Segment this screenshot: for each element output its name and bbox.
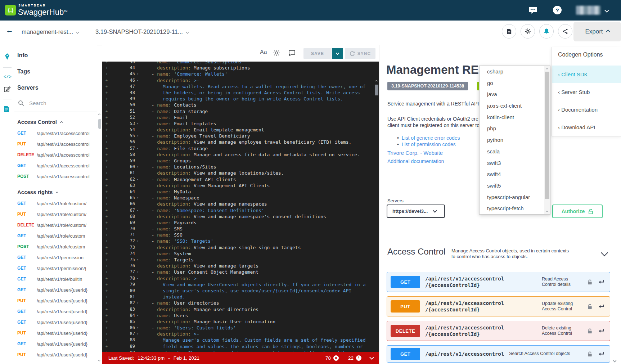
api-name-dropdown[interactable]: management-rest...: [22, 28, 79, 35]
operation-card[interactable]: PUT/api/rest/v1/accesscontrol/{accessCon…: [387, 296, 610, 316]
website-link[interactable]: Trivore Corp. - Website: [387, 150, 443, 156]
scroll-down-icon[interactable]: [546, 210, 548, 212]
endpoint-row[interactable]: DELETE/api/rest/v1/accesscontrol: [14, 149, 96, 160]
lang-option-kotlin-client[interactable]: kotlin-client: [480, 112, 544, 123]
lang-option-scala[interactable]: scala: [480, 146, 544, 157]
endpoint-row[interactable]: GET/api/rest/v1/user/{userId}: [14, 338, 96, 349]
fold-arrow-icon[interactable]: ▾: [135, 164, 143, 170]
error-codes-link[interactable]: List of generic error codes: [402, 135, 460, 141]
theme-toggle-button[interactable]: [273, 49, 280, 58]
fold-arrow-icon[interactable]: ▾: [135, 300, 143, 306]
lock-icon[interactable]: [587, 328, 593, 334]
endpoint-row[interactable]: PUT/api/rest/v1/user/{userId}: [14, 328, 96, 338]
error-count[interactable]: 78: [325, 355, 331, 361]
user-menu-chevron-icon[interactable]: [604, 8, 609, 13]
scrollbar-thumb[interactable]: [375, 85, 378, 95]
endpoint-row[interactable]: GET/api/rest/v1/accesscontrol: [14, 128, 96, 139]
lang-option-typescript-fetch[interactable]: typescript-fetch: [480, 203, 544, 214]
fold-arrow-icon[interactable]: ▾: [135, 195, 143, 201]
codegen-item-download-api[interactable]: ‹ Download API: [552, 118, 621, 136]
fold-arrow-icon[interactable]: ▾: [135, 325, 143, 331]
scroll-up-icon[interactable]: [546, 68, 548, 71]
enter-arrow-icon[interactable]: [598, 351, 605, 357]
code-view-icon[interactable]: </>: [4, 75, 12, 80]
comparison-doc-button[interactable]: [502, 24, 516, 39]
search-input[interactable]: [28, 100, 87, 107]
notifications-button[interactable]: [539, 24, 554, 39]
section-header[interactable]: Access rights: [14, 182, 96, 198]
permission-codes-link[interactable]: List of permission codes: [402, 141, 456, 147]
lang-option-jaxrs-cxf-client[interactable]: jaxrs-cxf-client: [480, 100, 544, 112]
back-button[interactable]: ←: [6, 26, 13, 35]
endpoint-row[interactable]: DELETE/api/rest/v1/role/custom/: [14, 220, 96, 230]
codegen-item-server-stub[interactable]: ‹ Server Stub: [552, 83, 621, 101]
version-dropdown[interactable]: 3.19-SNAPSHOT-20210129-11...: [95, 28, 189, 35]
endpoint-row[interactable]: GET/api/rest/v1/user/{userId}: [14, 317, 96, 328]
edit-icon[interactable]: [4, 86, 11, 94]
code-editor[interactable]: +43 - name: 'Commerce: Subscriptions'+44…: [102, 62, 379, 352]
warning-count[interactable]: 22: [348, 355, 354, 361]
endpoint-row[interactable]: PUT/api/rest/v1/user/{userId}: [14, 349, 96, 360]
fold-arrow-icon[interactable]: ▾: [135, 176, 143, 183]
errors-panel-chevron-icon[interactable]: [369, 355, 374, 360]
fold-arrow-icon[interactable]: ▾: [135, 121, 143, 127]
server-select[interactable]: https://devel3...: [387, 205, 445, 218]
docs-page-icon[interactable]: [4, 105, 9, 114]
fold-arrow-icon[interactable]: ▾: [135, 145, 143, 152]
endpoint-row[interactable]: GET/api/rest/v1/user/{userId}: [14, 284, 96, 295]
lang-option-csharp[interactable]: csharp: [480, 66, 544, 77]
fold-arrow-icon[interactable]: ▾: [135, 207, 143, 214]
endpoint-row[interactable]: POST/api/rest/v1/accesscontrol: [14, 171, 96, 182]
endpoint-row[interactable]: PUT/api/rest/v1/role/custom/: [14, 209, 96, 220]
warning-icon[interactable]: !: [356, 355, 361, 361]
operation-card[interactable]: GET/api/rest/v1/accesscontrol/{accessCon…: [387, 272, 610, 292]
sidebar-item-info[interactable]: Info: [14, 47, 97, 63]
lang-option-typescript-angular[interactable]: typescript-angular: [480, 192, 544, 203]
endpoint-row[interactable]: GET/api/rest/v1/user/{userId}: [14, 306, 96, 317]
endpoint-row[interactable]: PUT/api/rest/v1/accesscontrol: [14, 139, 96, 149]
scroll-down-icon[interactable]: [98, 359, 100, 361]
fold-arrow-icon[interactable]: ▾: [135, 257, 143, 263]
codegen-item-client-sdk[interactable]: ‹ Client SDK: [552, 66, 621, 83]
swaggerhub-wordmark[interactable]: SwaggerHubTM: [18, 8, 67, 17]
additional-docs-link[interactable]: Additional documentation: [387, 158, 444, 164]
lang-option-swift3[interactable]: swift3: [480, 157, 544, 169]
lang-option-python[interactable]: python: [480, 134, 544, 146]
endpoint-row[interactable]: GET/api/rest/v1/role/builtin: [14, 274, 96, 284]
lang-option-java[interactable]: java: [480, 89, 544, 100]
sidebar-item-servers[interactable]: Servers: [14, 80, 97, 96]
scrollbar-thumb[interactable]: [545, 72, 549, 199]
lang-option-php[interactable]: php: [480, 123, 544, 134]
panel-scroll-down-icon[interactable]: [613, 359, 617, 363]
fold-arrow-icon[interactable]: ▾: [135, 275, 143, 282]
settings-button[interactable]: [521, 24, 535, 39]
fold-arrow-icon[interactable]: ▾: [135, 269, 143, 275]
api-designer-icon[interactable]: [4, 53, 11, 62]
fold-arrow-icon[interactable]: ▾: [135, 313, 143, 319]
dropdown-scrollbar[interactable]: [544, 66, 550, 214]
enter-arrow-icon[interactable]: [598, 304, 605, 309]
codegen-item-documentation[interactable]: ‹ Documentation: [552, 101, 621, 118]
endpoint-row[interactable]: GET/api/rest/v1/permission: [14, 252, 96, 263]
comments-button[interactable]: [288, 50, 296, 58]
error-icon[interactable]: ✕: [333, 355, 339, 361]
authorize-button[interactable]: Authorize: [552, 205, 603, 218]
enter-arrow-icon[interactable]: [598, 279, 605, 285]
section-header[interactable]: Access Control: [14, 112, 96, 128]
scroll-up-icon[interactable]: [98, 113, 100, 116]
endpoint-row[interactable]: GET/api/rest/v1/accesscontrol: [14, 160, 96, 171]
save-options-button[interactable]: [332, 48, 343, 59]
fold-arrow-icon[interactable]: ▾: [135, 331, 143, 337]
save-button[interactable]: SAVE: [303, 48, 332, 59]
section-collapse-chevron-icon[interactable]: [601, 249, 608, 256]
endpoint-row[interactable]: GET/api/rest/v1/permission/{: [14, 263, 96, 274]
fold-arrow-icon[interactable]: ▾: [135, 77, 143, 84]
operation-card[interactable]: GET/api/rest/v1/accesscontrolSearch Acce…: [387, 345, 610, 363]
sidebar-scrollbar[interactable]: [97, 112, 102, 364]
export-button[interactable]: Export: [573, 22, 621, 41]
endpoint-row[interactable]: PUT/api/rest/v1/user/{userId}: [14, 295, 96, 306]
font-size-button[interactable]: Aa: [260, 49, 267, 55]
fold-arrow-icon[interactable]: ▾: [135, 238, 143, 244]
endpoint-row[interactable]: GET/api/rest/v1/role/custom/: [14, 198, 96, 209]
scrollbar-thumb[interactable]: [98, 119, 101, 129]
